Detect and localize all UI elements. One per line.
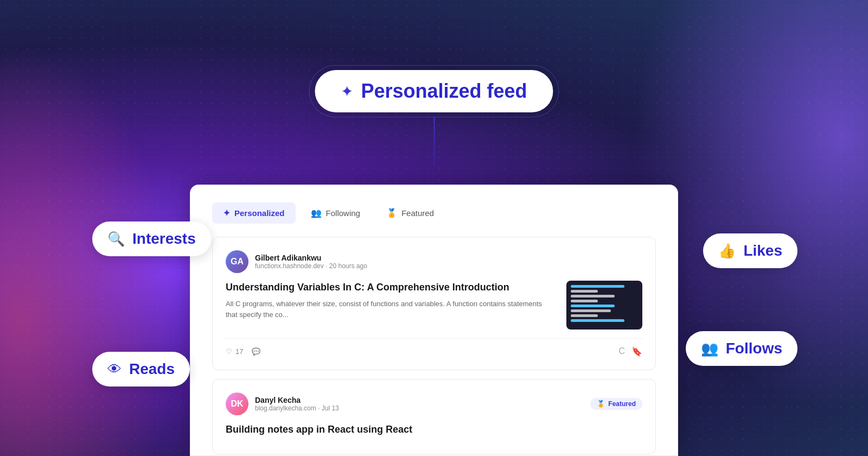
author-meta-1: functionx.hashnode.dev · 20 hours ago: [255, 262, 367, 270]
pill-outer-border: ✦ Personalized feed: [309, 65, 559, 117]
follows-label: 👥 Follows: [686, 331, 797, 366]
interests-text: Interests: [132, 230, 196, 248]
reads-icon: 👁: [107, 361, 122, 378]
pill-connector-line: [433, 117, 435, 166]
article-card-2: DK Danyl Kecha blog.danylkecha.com · Jul…: [212, 379, 656, 454]
author-name-2: Danyl Kecha: [255, 396, 339, 404]
code-line-8: [571, 319, 624, 322]
personalized-tab-icon: ✦: [223, 208, 230, 218]
comment-icon: 💬: [252, 347, 260, 356]
search-icon: 🔍: [107, 231, 125, 248]
code-line-6: [571, 309, 611, 312]
code-line-4: [571, 300, 598, 302]
tab-featured[interactable]: 🏅 Featured: [375, 202, 445, 224]
bookmark-icon[interactable]: 🔖: [631, 346, 642, 357]
article-header-2: DK Danyl Kecha blog.danylkecha.com · Jul…: [226, 392, 642, 415]
following-tab-icon: 👥: [311, 208, 322, 218]
code-line-2: [571, 290, 598, 293]
reads-text: Reads: [129, 360, 175, 378]
interests-label: 🔍 Interests: [92, 221, 211, 256]
article-footer-1: ♡ 17 💬 C 🔖: [226, 338, 642, 357]
magic-wand-icon: ✦: [341, 83, 353, 100]
follows-text: Follows: [726, 340, 782, 357]
author-avatar-2: DK: [226, 392, 248, 415]
author-info-2: Danyl Kecha blog.danylkecha.com · Jul 13: [255, 396, 339, 412]
personalized-feed-section: ✦ Personalized feed: [309, 65, 559, 166]
footer-right-1: C 🔖: [618, 346, 642, 357]
tab-following[interactable]: 👥 Following: [300, 202, 371, 224]
article-content-2: Building notes app in React using React: [226, 423, 642, 441]
article-text-1: Understanding Variables In C: A Comprehe…: [226, 281, 556, 320]
code-line-1: [571, 285, 624, 288]
share-icon[interactable]: C: [618, 346, 625, 357]
article-title-1[interactable]: Understanding Variables In C: A Comprehe…: [226, 281, 556, 294]
article-thumbnail-1: [566, 281, 642, 330]
code-thumbnail: [566, 281, 642, 330]
tab-personalized[interactable]: ✦ Personalized: [212, 202, 296, 224]
article-header-1: GA Gilbert Adikankwu functionx.hashnode.…: [226, 250, 642, 273]
like-action-1[interactable]: ♡ 17: [226, 347, 243, 356]
feed-tabs: ✦ Personalized 👥 Following 🏅 Featured: [212, 202, 656, 224]
personalized-feed-title: Personalized feed: [361, 80, 527, 103]
main-panel: ✦ Personalized 👥 Following 🏅 Featured GA…: [190, 185, 678, 456]
author-name-1: Gilbert Adikankwu: [255, 254, 367, 262]
article-text-2: Building notes app in React using React: [226, 423, 642, 441]
article-excerpt-1: All C programs, whatever their size, con…: [226, 299, 556, 320]
code-line-3: [571, 295, 615, 297]
comment-action-1[interactable]: 💬: [252, 347, 260, 356]
reads-label: 👁 Reads: [92, 352, 190, 387]
likes-icon: 👍: [718, 243, 736, 259]
featured-tab-icon: 🏅: [386, 208, 397, 218]
code-line-7: [571, 314, 598, 317]
heart-icon: ♡: [226, 347, 232, 356]
author-info-1: Gilbert Adikankwu functionx.hashnode.dev…: [255, 254, 367, 270]
featured-badge: 🏅 Featured: [590, 398, 642, 410]
article-card-1: GA Gilbert Adikankwu functionx.hashnode.…: [212, 237, 656, 370]
likes-label: 👍 Likes: [703, 233, 797, 268]
article-title-2[interactable]: Building notes app in React using React: [226, 423, 642, 436]
follows-icon: 👥: [701, 340, 718, 357]
article-content-1: Understanding Variables In C: A Comprehe…: [226, 281, 642, 330]
personalized-feed-pill: ✦ Personalized feed: [315, 70, 553, 112]
author-meta-2: blog.danylkecha.com · Jul 13: [255, 404, 339, 412]
likes-text: Likes: [743, 242, 782, 259]
author-avatar-1: GA: [226, 250, 248, 273]
featured-badge-icon: 🏅: [597, 400, 605, 408]
code-line-5: [571, 305, 615, 307]
